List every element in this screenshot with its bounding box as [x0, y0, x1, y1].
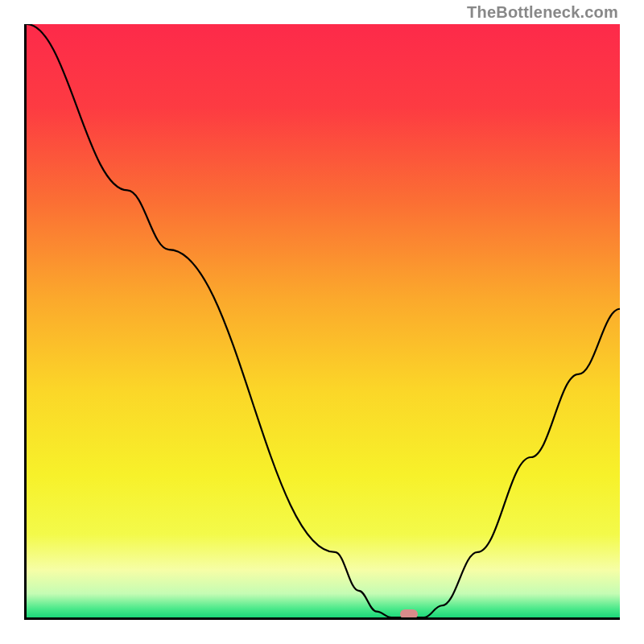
svg-rect-0	[27, 24, 620, 617]
watermark: TheBottleneck.com	[467, 3, 618, 22]
chart-area	[24, 24, 620, 620]
bottleneck-gradient	[27, 24, 620, 617]
